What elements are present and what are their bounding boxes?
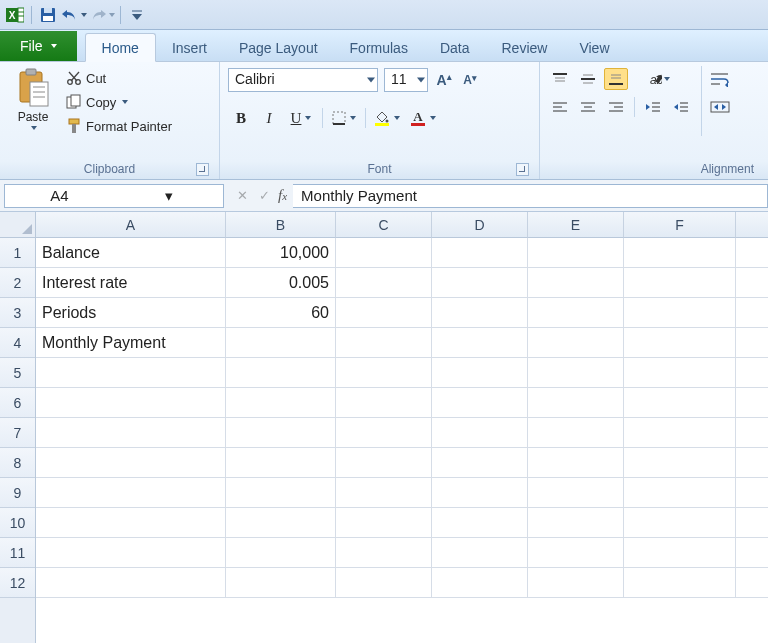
- cell-D5[interactable]: [432, 358, 528, 388]
- qat-customize-button[interactable]: [126, 4, 148, 26]
- cell-E2[interactable]: [528, 268, 624, 298]
- cell-F6[interactable]: [624, 388, 736, 418]
- cell-D10[interactable]: [432, 508, 528, 538]
- save-button[interactable]: [37, 4, 59, 26]
- cell-E11[interactable]: [528, 538, 624, 568]
- row-header[interactable]: 7: [0, 418, 35, 448]
- font-color-button[interactable]: A: [406, 106, 440, 130]
- cell-D3[interactable]: [432, 298, 528, 328]
- cell-G4[interactable]: [736, 328, 768, 358]
- cell-F7[interactable]: [624, 418, 736, 448]
- cell-B9[interactable]: [226, 478, 336, 508]
- cell-G8[interactable]: [736, 448, 768, 478]
- cell-B1[interactable]: 10,000: [226, 238, 336, 268]
- format-painter-button[interactable]: Format Painter: [64, 114, 174, 138]
- cell-B11[interactable]: [226, 538, 336, 568]
- cell-E3[interactable]: [528, 298, 624, 328]
- cell-B7[interactable]: [226, 418, 336, 448]
- cancel-icon[interactable]: ✕: [234, 188, 250, 203]
- row-header[interactable]: 6: [0, 388, 35, 418]
- cell-G6[interactable]: [736, 388, 768, 418]
- cell-B6[interactable]: [226, 388, 336, 418]
- cell-F12[interactable]: [624, 568, 736, 598]
- column-header[interactable]: A: [36, 212, 226, 238]
- cell-E10[interactable]: [528, 508, 624, 538]
- cell-B2[interactable]: 0.005: [226, 268, 336, 298]
- bold-button[interactable]: B: [228, 106, 254, 130]
- cell-F1[interactable]: [624, 238, 736, 268]
- decrease-indent-button[interactable]: [641, 96, 665, 118]
- cut-button[interactable]: Cut: [64, 66, 174, 90]
- align-bottom-button[interactable]: [604, 68, 628, 90]
- cell-A4[interactable]: Monthly Payment: [36, 328, 226, 358]
- cells-area[interactable]: Balance10,000Interest rate0.005Periods60…: [36, 238, 768, 643]
- row-header[interactable]: 8: [0, 448, 35, 478]
- cell-F3[interactable]: [624, 298, 736, 328]
- cell-D9[interactable]: [432, 478, 528, 508]
- cell-A5[interactable]: [36, 358, 226, 388]
- cell-C12[interactable]: [336, 568, 432, 598]
- cell-C6[interactable]: [336, 388, 432, 418]
- cell-F10[interactable]: [624, 508, 736, 538]
- merge-center-button[interactable]: [710, 96, 730, 118]
- cell-D1[interactable]: [432, 238, 528, 268]
- tab-insert[interactable]: Insert: [156, 34, 223, 61]
- column-header[interactable]: D: [432, 212, 528, 238]
- cell-E6[interactable]: [528, 388, 624, 418]
- cell-E9[interactable]: [528, 478, 624, 508]
- font-size-combo[interactable]: 11: [384, 68, 428, 92]
- shrink-font-button[interactable]: A▾: [460, 73, 480, 87]
- tab-view[interactable]: View: [563, 34, 625, 61]
- cell-G3[interactable]: [736, 298, 768, 328]
- align-top-button[interactable]: [548, 68, 572, 90]
- row-header[interactable]: 2: [0, 268, 35, 298]
- cell-C9[interactable]: [336, 478, 432, 508]
- cell-F9[interactable]: [624, 478, 736, 508]
- cell-G1[interactable]: [736, 238, 768, 268]
- tab-formulas[interactable]: Formulas: [334, 34, 424, 61]
- cell-F11[interactable]: [624, 538, 736, 568]
- tab-file[interactable]: File: [0, 31, 77, 61]
- orientation-button[interactable]: ab: [646, 68, 670, 90]
- tab-data[interactable]: Data: [424, 34, 486, 61]
- underline-button[interactable]: U: [284, 106, 318, 130]
- fx-icon[interactable]: fx: [278, 187, 287, 204]
- cell-D11[interactable]: [432, 538, 528, 568]
- align-right-button[interactable]: [604, 96, 628, 118]
- spreadsheet-grid[interactable]: A B C D E F 123456789101112 Balance10,00…: [0, 212, 768, 643]
- paste-button[interactable]: Paste: [8, 66, 58, 130]
- cell-D6[interactable]: [432, 388, 528, 418]
- cell-E1[interactable]: [528, 238, 624, 268]
- cell-D12[interactable]: [432, 568, 528, 598]
- cell-G9[interactable]: [736, 478, 768, 508]
- select-all-corner[interactable]: [0, 212, 36, 238]
- cell-E12[interactable]: [528, 568, 624, 598]
- wrap-text-button[interactable]: [710, 68, 730, 90]
- cell-D7[interactable]: [432, 418, 528, 448]
- cell-D2[interactable]: [432, 268, 528, 298]
- grow-font-button[interactable]: A▴: [434, 72, 454, 88]
- cell-F8[interactable]: [624, 448, 736, 478]
- cell-G7[interactable]: [736, 418, 768, 448]
- cell-C2[interactable]: [336, 268, 432, 298]
- cell-E5[interactable]: [528, 358, 624, 388]
- cell-E8[interactable]: [528, 448, 624, 478]
- cell-B12[interactable]: [226, 568, 336, 598]
- cell-C3[interactable]: [336, 298, 432, 328]
- italic-button[interactable]: I: [256, 106, 282, 130]
- cell-C4[interactable]: [336, 328, 432, 358]
- cell-G5[interactable]: [736, 358, 768, 388]
- cell-A11[interactable]: [36, 538, 226, 568]
- cell-E7[interactable]: [528, 418, 624, 448]
- redo-button[interactable]: [89, 4, 115, 26]
- tab-home[interactable]: Home: [85, 33, 156, 62]
- cell-G11[interactable]: [736, 538, 768, 568]
- column-header[interactable]: [736, 212, 768, 238]
- column-header[interactable]: F: [624, 212, 736, 238]
- cell-A7[interactable]: [36, 418, 226, 448]
- align-left-button[interactable]: [548, 96, 572, 118]
- cell-C1[interactable]: [336, 238, 432, 268]
- tab-page-layout[interactable]: Page Layout: [223, 34, 334, 61]
- enter-icon[interactable]: ✓: [256, 188, 272, 203]
- dialog-launcher-icon[interactable]: [516, 163, 529, 176]
